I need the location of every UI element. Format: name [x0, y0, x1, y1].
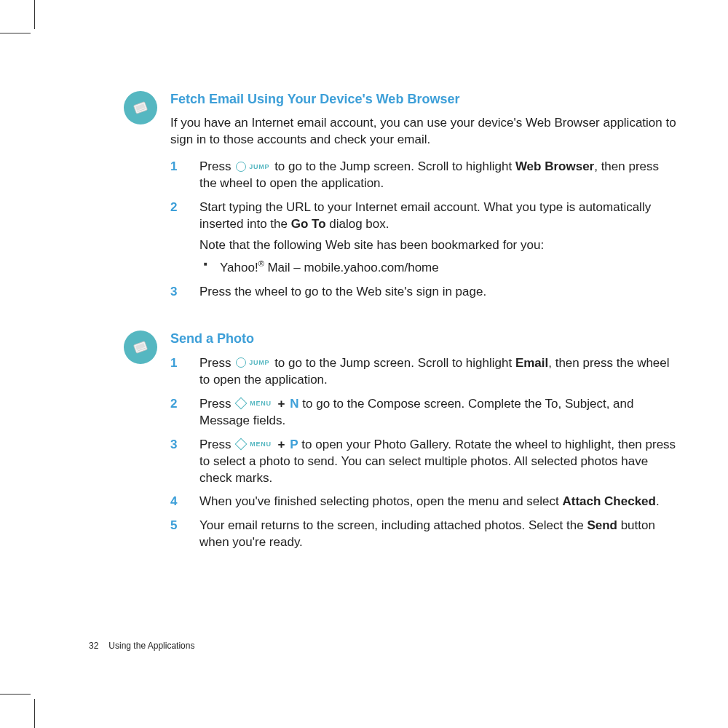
step-4: 4 When you've finished selecting photos,…: [170, 494, 677, 510]
step-text: Press: [199, 159, 234, 173]
step-number: 4: [170, 494, 177, 510]
step-number: 1: [170, 159, 177, 175]
section-send-photo: Send a Photo 1 Press JUMP to go to the J…: [124, 331, 677, 551]
step-5: 5 Your email returns to the screen, incl…: [170, 518, 677, 551]
jump-key-icon: JUMP: [236, 162, 269, 172]
email-device-icon: [124, 91, 157, 124]
step-text: Press: [199, 438, 234, 451]
step-text: Start typing the URL to your Internet em…: [199, 200, 651, 231]
step-text: When you've finished selecting photos, o…: [199, 494, 562, 508]
step-1: 1 Press JUMP to go to the Jump screen. S…: [170, 159, 677, 192]
step-text: to go to the Jump screen. Scroll to high…: [271, 356, 515, 370]
crop-mark: [34, 0, 35, 29]
menu-key-icon: MENU: [236, 399, 272, 408]
step-2: 2 Press MENU + N to go to the Compose sc…: [170, 396, 677, 430]
page-number: 32: [89, 641, 98, 651]
step-number: 2: [170, 199, 177, 216]
step-text: dialog box.: [326, 217, 389, 231]
step-3: 3 Press MENU + P to open your Photo Gall…: [170, 437, 677, 487]
step-text: Press: [199, 397, 234, 411]
steps-list: 1 Press JUMP to go to the Jump screen. S…: [170, 355, 677, 551]
step-3: 3 Press the wheel to go to the Web site'…: [170, 284, 677, 301]
plus: +: [274, 438, 288, 451]
menu-key-icon: MENU: [236, 440, 272, 448]
page-footer: 32Using the Applications: [89, 641, 194, 651]
jump-key-icon: JUMP: [236, 357, 269, 368]
step-text: Press the wheel to go to the Web site's …: [199, 285, 486, 298]
step-2: 2 Start typing the URL to your Internet …: [170, 199, 677, 276]
chapter-title: Using the Applications: [108, 641, 194, 651]
page-content: Fetch Email Using Your Device's Web Brow…: [124, 91, 677, 582]
section-title: Send a Photo: [170, 331, 677, 347]
crop-mark: [0, 33, 31, 33]
step-1: 1 Press JUMP to go to the Jump screen. S…: [170, 355, 677, 389]
registered-mark: ®: [258, 259, 264, 268]
bookmark-item: Yahoo!® Mail – mobile.yahoo.com/home: [199, 258, 677, 277]
bold-term: Web Browser: [515, 159, 594, 173]
section-fetch-email: Fetch Email Using Your Device's Web Brow…: [124, 91, 677, 300]
plus: +: [274, 397, 288, 411]
hotkey-n: N: [290, 397, 298, 411]
crop-mark: [34, 699, 35, 728]
step-text: .: [656, 494, 660, 508]
step-text: Press: [199, 356, 234, 370]
bold-term: Attach Checked: [562, 494, 655, 508]
step-number: 1: [170, 355, 177, 372]
section-intro: If you have an Internet email account, y…: [170, 115, 677, 149]
step-number: 3: [170, 437, 177, 454]
steps-list: 1 Press JUMP to go to the Jump screen. S…: [170, 159, 677, 300]
step-text: Your email returns to the screen, includ…: [199, 518, 587, 532]
step-note: Note that the following Web site has bee…: [199, 237, 677, 254]
bold-term: Go To: [291, 217, 326, 231]
step-number: 2: [170, 396, 177, 413]
bold-term: Send: [587, 518, 617, 532]
bold-term: Email: [515, 356, 548, 370]
crop-mark: [0, 694, 31, 695]
step-number: 5: [170, 518, 177, 534]
bookmark-list: Yahoo!® Mail – mobile.yahoo.com/home: [199, 258, 677, 277]
step-number: 3: [170, 284, 177, 301]
hotkey-p: P: [290, 438, 298, 451]
step-text: to go to the Jump screen. Scroll to high…: [271, 159, 515, 173]
email-device-icon: [124, 331, 157, 364]
section-title: Fetch Email Using Your Device's Web Brow…: [170, 91, 677, 108]
